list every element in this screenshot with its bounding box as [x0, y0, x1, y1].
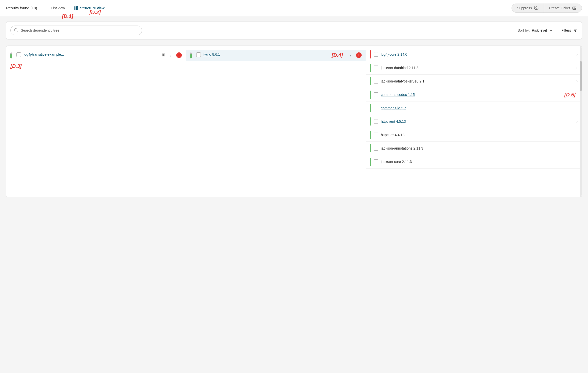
item-name[interactable]: jackson-datatype-jsr310 2.1... [381, 79, 574, 83]
item-checkbox[interactable] [196, 52, 201, 57]
search-input[interactable] [10, 26, 142, 35]
tree-row[interactable]: jackson-datatype-jsr310 2.1... › [366, 75, 582, 88]
risk-bar-green [370, 64, 371, 72]
annotation-d5: [D.5] [564, 92, 576, 98]
tree-column-2: twilio 8.6.1 [D.4] › ! [186, 46, 366, 197]
risk-bar-green [370, 77, 371, 85]
item-checkbox[interactable] [374, 66, 378, 70]
risk-bar-green [370, 131, 371, 139]
item-checkbox[interactable] [374, 119, 378, 124]
topbar: Results found (18) List view Structure v… [0, 0, 588, 16]
item-name[interactable]: httpclient 4.5.13 [381, 119, 574, 123]
item-name[interactable]: jackson-databind 2.11.3 [381, 66, 574, 70]
sort-filter-right: Sort by: Risk level Filters [518, 27, 578, 34]
list-view-icon [45, 6, 50, 10]
annotation-d3: [D.3] [10, 63, 22, 69]
annotation-d1: [D.1] [62, 13, 73, 19]
suppress-icon [534, 6, 539, 10]
alert-badge: ! [176, 52, 182, 58]
sort-filter-divider [557, 27, 557, 34]
chevron-right-icon: › [576, 79, 578, 84]
risk-top-gray [10, 52, 12, 54]
risk-bar-green [370, 158, 371, 166]
risk-bar-green [370, 144, 371, 152]
svg-rect-3 [74, 6, 75, 10]
main-content: Sort by: Risk level Filters [0, 16, 588, 202]
item-name[interactable]: commons-io 2.7 [381, 106, 578, 110]
topbar-left: Results found (18) List view Structure v… [6, 1, 101, 15]
suppress-button[interactable]: Suppress [512, 4, 543, 13]
expand-button[interactable]: › [347, 52, 354, 58]
annotation-d4: [D.4] [332, 52, 343, 58]
risk-bar-green [370, 104, 371, 112]
svg-rect-4 [76, 6, 77, 10]
annotation-d3-container: [D.3] [6, 61, 186, 71]
chevron-right-icon: › [576, 66, 578, 70]
risk-bar-green [370, 117, 371, 126]
list-view-button[interactable]: List view [43, 5, 67, 11]
tree-column-3: log4j-core 2.14.0 › jackson-databind 2.1… [366, 46, 582, 197]
ticket-icon [572, 6, 577, 10]
item-checkbox[interactable] [16, 52, 21, 57]
chevron-right-icon: › [576, 52, 578, 57]
search-filter-bar: Sort by: Risk level Filters [6, 21, 582, 39]
scrollbar-track[interactable] [580, 46, 582, 197]
tree-column-1: log4j-transitive-example... ⊞ › ! [D.3] [6, 46, 186, 197]
filters-label: Filters [561, 28, 571, 32]
filter-icon [573, 28, 578, 33]
tree-row[interactable]: jackson-annotations 2.11.3 [366, 142, 582, 155]
risk-bottom-green [10, 54, 12, 58]
item-checkbox[interactable] [374, 133, 378, 137]
list-view-label: List view [51, 6, 65, 10]
risk-bottom-green [190, 54, 192, 58]
item-checkbox[interactable] [374, 159, 378, 164]
create-ticket-label: Create Ticket [549, 6, 570, 10]
item-name[interactable]: twilio 8.6.1 [203, 52, 265, 58]
expand-button[interactable]: › [168, 52, 174, 58]
item-name[interactable]: commons-codec 1.15 [381, 93, 562, 97]
risk-bar-green [370, 91, 371, 99]
tree-row[interactable]: commons-codec 1.15 [D.5] [366, 88, 582, 101]
risk-top-gray [190, 52, 192, 54]
annotation-d2: [D.2] [89, 10, 101, 15]
results-count: Results found (18) [6, 6, 37, 10]
svg-line-11 [17, 31, 17, 32]
alert-badge: ! [356, 52, 362, 58]
tree-row[interactable]: jackson-core 2.11.3 [366, 155, 582, 169]
chevron-right-icon: › [576, 119, 578, 124]
tree-row[interactable]: commons-io 2.7 [366, 101, 582, 115]
item-checkbox[interactable] [374, 106, 378, 110]
item-checkbox[interactable] [374, 52, 378, 57]
create-ticket-button[interactable]: Create Ticket [544, 4, 582, 13]
item-name[interactable]: log4j-transitive-example... [24, 52, 159, 58]
svg-rect-5 [77, 6, 78, 10]
tree-row[interactable]: httpcore 4.4.13 [366, 128, 582, 142]
sort-value: Risk level [532, 28, 547, 32]
item-checkbox[interactable] [374, 146, 378, 151]
topbar-right: Suppress Create Ticket [512, 4, 582, 13]
tree-row[interactable]: twilio 8.6.1 [D.4] › ! [186, 50, 366, 61]
suppress-label: Suppress [517, 6, 532, 10]
item-name[interactable]: jackson-annotations 2.11.3 [381, 146, 578, 150]
item-name[interactable]: log4j-core 2.14.0 [381, 52, 574, 56]
search-wrapper [10, 26, 514, 35]
item-checkbox[interactable] [374, 79, 378, 84]
grid-icon: ⊞ [162, 52, 165, 58]
item-name[interactable]: httpcore 4.4.13 [381, 133, 578, 137]
tree-row[interactable]: log4j-core 2.14.0 › [366, 48, 582, 61]
item-checkbox[interactable] [374, 92, 378, 97]
tree-row[interactable]: jackson-databind 2.11.3 › [366, 61, 582, 75]
svg-rect-7 [573, 7, 576, 9]
sort-by-label: Sort by: [518, 28, 530, 32]
scrollbar-thumb[interactable] [580, 61, 582, 91]
sort-chevron-icon[interactable] [549, 28, 553, 32]
filters-button[interactable]: Filters [561, 28, 578, 33]
structure-view-icon [74, 6, 79, 10]
search-icon [14, 28, 18, 33]
tree-row[interactable]: httpclient 4.5.13 › [366, 115, 582, 128]
svg-point-10 [14, 29, 17, 31]
dependency-tree: log4j-transitive-example... ⊞ › ! [D.3] … [6, 46, 582, 197]
sort-section: Sort by: Risk level [518, 28, 553, 32]
item-name[interactable]: jackson-core 2.11.3 [381, 160, 578, 164]
tree-row[interactable]: log4j-transitive-example... ⊞ › ! [6, 50, 186, 61]
